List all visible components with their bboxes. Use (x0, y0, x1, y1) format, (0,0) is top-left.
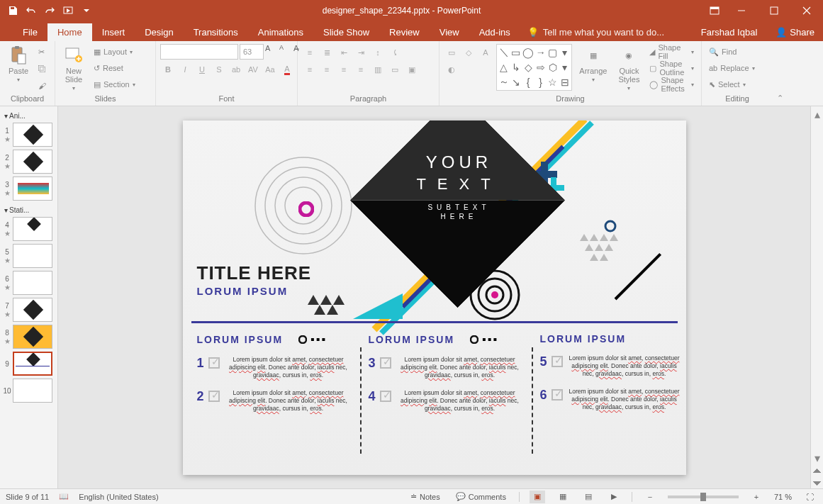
notes-button[interactable]: ≐Notes (408, 492, 443, 501)
shapes-gallery[interactable]: ＼ ▭ ◯ → ▢ ▾ △ ↳ ◇ ⇨ ⬡ ▾ ～ ↘ { } ☆ ⊟ (496, 44, 572, 91)
tab-design[interactable]: Design (135, 23, 183, 41)
reading-view-button[interactable]: ▤ (581, 491, 596, 503)
elbow-shape-icon[interactable]: ↳ (510, 61, 521, 74)
line-spacing-button[interactable]: ↕ (370, 45, 386, 60)
align-right-button[interactable]: ≡ (336, 62, 352, 77)
tab-addins[interactable]: Add-ins (469, 23, 520, 41)
list-item[interactable]: 3Lorem ipsum dolor sit amet, consectetue… (369, 356, 525, 379)
list-item[interactable]: 2Lorem ipsum dolor sit amet, consectetue… (197, 389, 353, 413)
thumb-4[interactable]: 4★ (3, 217, 55, 241)
triangle-shape-icon[interactable]: △ (498, 61, 509, 74)
brace-shape-icon[interactable]: { (522, 75, 534, 89)
zoom-in-button[interactable]: + (749, 491, 764, 503)
shape-fill-button[interactable]: ◢Shape Fill▾ (646, 44, 697, 60)
merge-shapes-button[interactable]: ◐ (444, 62, 459, 77)
increase-font-icon[interactable]: A (265, 44, 278, 60)
star-shape-icon[interactable]: ☆ (547, 75, 558, 89)
shadow-button[interactable]: ab (228, 62, 244, 77)
thumb-8[interactable]: 8★ (3, 325, 55, 349)
thumb-9[interactable]: 9 (3, 352, 55, 376)
text-direction-button[interactable]: ⤹ (387, 45, 403, 60)
close-button[interactable] (790, 0, 823, 21)
shape-effects-button[interactable]: ◯Shape Effects▾ (646, 77, 697, 92)
quick-styles-button[interactable]: ◉Quick Styles▾ (614, 44, 644, 93)
justify-button[interactable]: ≡ (353, 62, 369, 77)
italic-button[interactable]: I (177, 62, 193, 77)
strikethrough-button[interactable]: S (211, 62, 227, 77)
replace-button[interactable]: abReplace▾ (706, 60, 758, 76)
column-header[interactable]: LORUM IPSUM (369, 334, 455, 345)
change-case-button[interactable]: Aa (262, 62, 278, 77)
copy-button[interactable]: ⿻ (35, 61, 49, 77)
spellcheck-icon[interactable]: 📖 (59, 492, 69, 501)
tab-slideshow[interactable]: Slide Show (313, 23, 379, 41)
expand-shapes-icon[interactable]: ⊟ (559, 75, 570, 89)
tab-transitions[interactable]: Transitions (184, 23, 248, 41)
thumb-7[interactable]: 7★ (3, 298, 55, 322)
section-button[interactable]: ▤Section▾ (91, 77, 138, 92)
cut-button[interactable]: ✂ (35, 44, 49, 60)
bullets-button[interactable]: ≡ (302, 45, 318, 60)
collapse-ribbon-icon[interactable]: ⌃ (773, 41, 787, 106)
thumb-6[interactable]: 6★ (3, 271, 55, 295)
diamond-shape-icon[interactable]: ◇ (522, 61, 534, 74)
tab-insert[interactable]: Insert (92, 23, 135, 41)
hex-shape-icon[interactable]: ⬡ (547, 61, 558, 74)
slide-thumbnail-panel[interactable]: ▾ Ani... 1★ 2★ 3★ ▾ Stati... 4★ 5★ 6★ 7★… (0, 106, 58, 488)
zoom-slider[interactable] (668, 495, 739, 498)
thumb-5[interactable]: 5★ (3, 244, 55, 268)
curve-shape-icon[interactable]: ～ (498, 75, 509, 89)
font-color-button[interactable]: A (279, 62, 295, 77)
increase-indent-button[interactable]: ⇥ (353, 45, 369, 60)
language-status[interactable]: English (United States) (79, 493, 159, 501)
numbering-button[interactable]: ≣ (319, 45, 335, 60)
slide-editor[interactable]: YOUR TEXT SUBTEXT HERE TITLE HERE LORUM … (58, 106, 810, 488)
list-item[interactable]: 5Lorem ipsum dolor sit amet, consectetue… (540, 354, 682, 378)
find-button[interactable]: 🔍Find (706, 44, 739, 60)
slide-canvas[interactable]: YOUR TEXT SUBTEXT HERE TITLE HERE LORUM … (183, 121, 686, 475)
list-item[interactable]: 6Lorem ipsum dolor sit amet, consectetue… (540, 388, 682, 411)
tab-review[interactable]: Review (379, 23, 430, 41)
tab-file[interactable]: File (13, 23, 47, 41)
slide-title[interactable]: TITLE HERE (197, 262, 312, 284)
qat-customize-icon[interactable] (78, 2, 95, 19)
columns-button[interactable]: ▥ (370, 62, 386, 77)
column-header[interactable]: LORUM IPSUM (540, 333, 682, 345)
thumb-3[interactable]: 3★ (3, 177, 55, 201)
font-size-input[interactable]: 63 (240, 44, 264, 60)
slide-counter[interactable]: Slide 9 of 11 (6, 493, 49, 501)
connector-shape-icon[interactable]: ↘ (510, 75, 521, 89)
save-icon[interactable] (4, 2, 21, 19)
text-box-button[interactable]: A (478, 45, 493, 60)
rect2-shape-icon[interactable]: ▢ (547, 46, 558, 60)
paste-button[interactable]: Paste▾ (4, 44, 33, 84)
shape-outline-button[interactable]: ▢Shape Outline▾ (646, 60, 697, 76)
reset-button[interactable]: ↺Reset (91, 60, 138, 76)
section-header[interactable]: ▾ Ani... (3, 109, 55, 123)
normal-view-button[interactable]: ▣ (530, 491, 545, 503)
brace2-shape-icon[interactable]: } (535, 75, 546, 89)
line-shape-icon[interactable]: ＼ (498, 46, 509, 60)
layout-button[interactable]: ▦Layout▾ (91, 44, 138, 60)
thumb-1[interactable]: 1★ (3, 123, 55, 147)
align-left-button[interactable]: ≡ (302, 62, 318, 77)
start-from-beginning-icon[interactable] (60, 2, 77, 19)
comments-button[interactable]: 💬Comments (453, 492, 509, 501)
thumb-2[interactable]: 2★ (3, 150, 55, 174)
fit-window-button[interactable]: ⛶ (802, 491, 817, 503)
oval-shape-icon[interactable]: ◯ (522, 46, 534, 60)
thumb-10[interactable]: 10 (3, 379, 55, 403)
minimize-button[interactable] (725, 0, 758, 21)
maximize-button[interactable] (758, 0, 790, 21)
user-name[interactable]: Farshad Iqbal (691, 23, 768, 41)
format-painter-button[interactable]: 🖌 (35, 78, 49, 94)
select-button[interactable]: ⬉Select▾ (706, 77, 749, 92)
next-slide-icon[interactable]: ⏷ (812, 478, 822, 488)
tab-view[interactable]: View (430, 23, 469, 41)
share-button[interactable]: 👤Share (767, 23, 823, 41)
rect-shape-icon[interactable]: ▭ (510, 46, 521, 60)
undo-icon[interactable] (23, 2, 40, 19)
arrow-shape-icon[interactable]: → (535, 46, 546, 60)
slideshow-view-button[interactable]: ▶ (606, 491, 622, 503)
shapes-button[interactable]: ▭ (444, 45, 459, 60)
